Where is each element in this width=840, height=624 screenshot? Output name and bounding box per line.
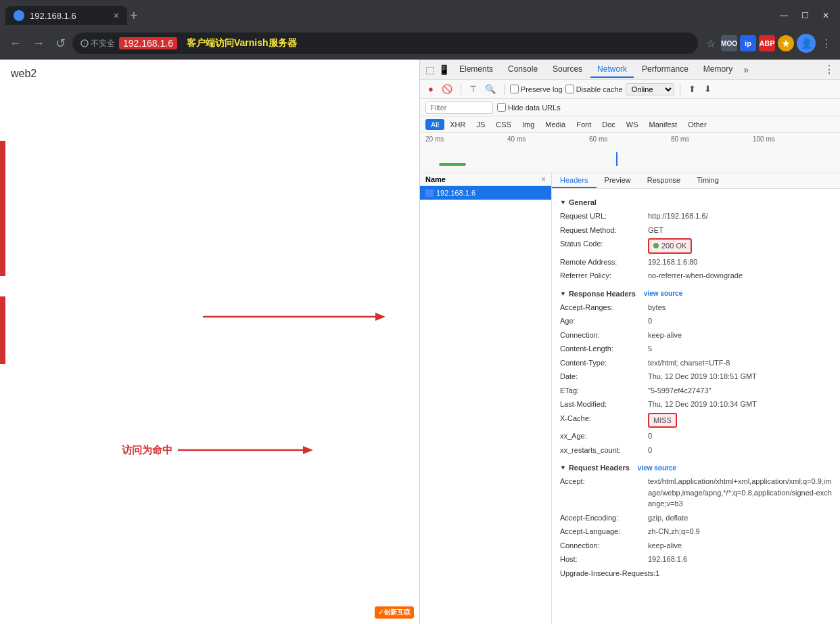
hide-data-urls-checkbox[interactable] [497, 103, 506, 112]
toolbar-divider-3 [680, 84, 680, 95]
filter-type-ws[interactable]: WS [621, 119, 644, 130]
watermark-text: ✓创新互联 [378, 608, 411, 616]
details-content: General Request URL: http://192.168.1.6/… [552, 189, 840, 624]
arrow-right-icon [178, 442, 313, 458]
tab-memory[interactable]: Memory [697, 62, 739, 78]
webpage-area: web2 访问为命中 ✓创新互联 [0, 60, 419, 624]
preserve-log-label[interactable]: Preserve log [510, 85, 563, 93]
url-display[interactable]: 192.168.1.6 [119, 37, 177, 49]
forward-button[interactable]: → [28, 34, 49, 53]
filter-type-font[interactable]: Font [571, 119, 597, 130]
details-tab-response[interactable]: Response [639, 173, 689, 188]
filter-input[interactable] [425, 102, 493, 114]
content-length-val: 5 [648, 343, 652, 355]
host-key: Host: [560, 554, 648, 565]
close-request-panel[interactable]: × [541, 175, 546, 184]
export-button[interactable]: ⬇ [701, 83, 714, 95]
ext-ip-icon[interactable]: ip [740, 35, 756, 51]
filter-type-other[interactable]: Other [682, 119, 712, 130]
minimize-button[interactable]: — [780, 11, 788, 20]
clear-button[interactable]: 🚫 [439, 83, 455, 95]
xx-age-row: xx_Age: 0 [560, 429, 832, 443]
tab-sources[interactable]: Sources [546, 62, 589, 78]
last-modified-val: Thu, 12 Dec 2019 10:10:34 GMT [648, 399, 757, 410]
accept-row: Accept: text/html,application/xhtml+xml,… [560, 474, 832, 511]
tab-elements[interactable]: Elements [452, 62, 500, 78]
request-headers-view-source[interactable]: view source [638, 464, 676, 472]
tab-console[interactable]: Console [501, 62, 544, 78]
tab-close-button[interactable]: × [114, 10, 119, 21]
request-method-val: GET [648, 225, 663, 236]
xx-age-val: 0 [648, 430, 652, 442]
ext-moo-icon[interactable]: MOO [721, 35, 737, 51]
filter-type-doc[interactable]: Doc [597, 119, 621, 130]
back-button[interactable]: ← [5, 34, 26, 53]
browser-menu-icon[interactable]: ⋮ [818, 35, 835, 53]
close-button[interactable]: ✕ [822, 11, 829, 20]
filter-type-css[interactable]: CSS [490, 119, 517, 130]
maximize-button[interactable]: ☐ [801, 11, 809, 20]
filter-type-bar: All XHR JS CSS Img Media Font Doc WS Man… [420, 116, 840, 133]
devtools-menu-icon[interactable]: ⋮ [824, 63, 835, 76]
active-tab[interactable]: 192.168.1.6 × [5, 6, 127, 25]
devtools-main-area: Name × 192.168.1.6 Headers Preview Respo… [420, 173, 840, 624]
details-tab-headers[interactable]: Headers [552, 173, 597, 188]
window-controls: — ☐ ✕ [780, 11, 835, 20]
timeline-bar-green [439, 163, 466, 166]
content-type-key: Content-Type: [560, 357, 648, 369]
security-indicator: i 不安全 [80, 38, 115, 49]
filter-type-xhr[interactable]: XHR [444, 119, 471, 130]
address-bar[interactable]: i 不安全 192.168.1.6 客户端访问Varnish服务器 [72, 32, 698, 54]
search-button[interactable]: 🔍 [482, 83, 498, 95]
details-tab-timing[interactable]: Timing [689, 173, 727, 188]
devtools-side-icons: ⬚ 📱 [425, 64, 450, 75]
throttle-select[interactable]: Online Fast 3G Slow 3G Offline [626, 83, 674, 95]
response-headers-view-source[interactable]: view source [644, 290, 682, 297]
age-val: 0 [648, 315, 652, 327]
bookmark-icon[interactable]: ☆ [703, 35, 718, 53]
status-code-row: Status Code: 200 OK [560, 237, 832, 255]
devtools-tabs: Elements Console Sources Network Perform… [452, 62, 749, 78]
page-content: web2 访问为命中 ✓创新互联 [0, 60, 840, 624]
ext-abp-icon[interactable]: ABP [759, 35, 775, 51]
accept-language-val: zh-CN,zh;q=0.9 [648, 526, 700, 537]
status-code-val: 200 OK [648, 238, 692, 254]
watermark-logo: ✓创新互联 [375, 606, 414, 619]
tab-title: 192.168.1.6 [30, 11, 76, 21]
ext-star-icon[interactable]: ★ [778, 35, 794, 51]
hide-data-urls-label[interactable]: Hide data URLs [497, 103, 561, 112]
filter-type-media[interactable]: Media [540, 119, 571, 130]
filter-button[interactable]: ⊤ [467, 83, 480, 95]
request-item-0[interactable]: 192.168.1.6 [420, 186, 551, 200]
import-button[interactable]: ⬆ [686, 83, 699, 95]
etag-row: ETag: "5-5997ef4c27473" [560, 384, 832, 398]
filter-type-manifest[interactable]: Manifest [644, 119, 683, 130]
filter-type-img[interactable]: Img [517, 119, 540, 130]
status-dot [653, 243, 659, 248]
preserve-log-checkbox[interactable] [510, 85, 519, 93]
request-url-val: http://192.168.1.6/ [648, 210, 708, 222]
extension-icons: MOO ip ABP ★ 👤 ⋮ [721, 34, 835, 53]
last-modified-key: Last-Modified: [560, 399, 648, 410]
details-tab-preview[interactable]: Preview [597, 173, 639, 188]
more-tabs-icon[interactable]: » [743, 64, 749, 75]
svg-marker-4 [303, 446, 313, 454]
content-type-val: text/html; charset=UTF-8 [648, 357, 730, 369]
details-tabs: Headers Preview Response Timing [552, 173, 840, 189]
disable-cache-checkbox[interactable] [565, 85, 574, 93]
new-tab-button[interactable]: + [130, 8, 138, 24]
filter-type-all[interactable]: All [425, 119, 444, 130]
tab-performance[interactable]: Performance [635, 62, 695, 78]
age-key: Age: [560, 315, 648, 327]
arrow-status-icon [203, 309, 386, 325]
filter-type-js[interactable]: JS [471, 119, 490, 130]
inspect-icon[interactable]: ⬚ [425, 64, 434, 75]
device-icon[interactable]: 📱 [438, 64, 450, 75]
tab-network[interactable]: Network [590, 62, 634, 78]
user-profile-icon[interactable]: 👤 [797, 34, 816, 53]
reload-button[interactable]: ↺ [51, 33, 70, 53]
request-url-key: Request URL: [560, 210, 648, 222]
record-button[interactable]: ● [425, 83, 436, 95]
disable-cache-label[interactable]: Disable cache [565, 85, 623, 93]
svg-text:i: i [84, 41, 85, 47]
